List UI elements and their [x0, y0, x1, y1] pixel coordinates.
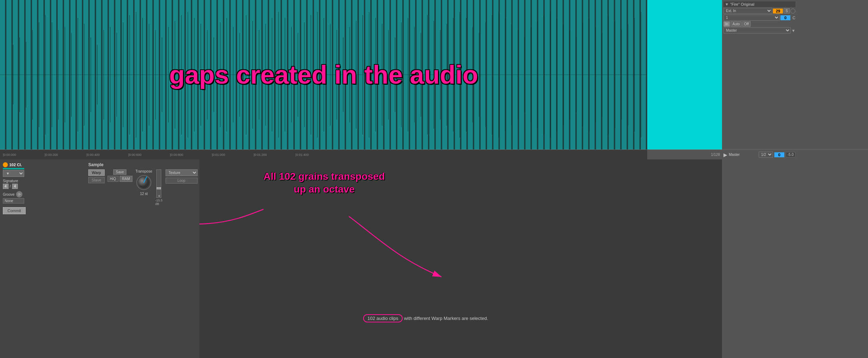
ruler-mark-4: |0:00:800 — [170, 153, 183, 157]
signature-label: Signature — [3, 179, 83, 183]
groove-group: Groove ⟳ — [3, 191, 83, 204]
slave-button[interactable]: Slave — [88, 177, 105, 183]
svg-rect-24 — [136, 12, 136, 138]
svg-rect-11 — [52, 22, 52, 127]
sample-controls-row1: Warp Slave Save HiQ RAM Transpose — [88, 169, 197, 206]
grains-text: All 102 grains transposedup an octave — [263, 171, 385, 195]
transpose-label: Transpose — [136, 169, 152, 173]
track-color-bar — [3, 168, 24, 169]
play-button[interactable]: ▶ — [723, 152, 727, 158]
svg-rect-17 — [91, 37, 91, 112]
texture-loop-group: Texture Loop — [166, 169, 198, 184]
svg-rect-18 — [97, 45, 98, 105]
transpose-group: Transpose — [135, 169, 152, 196]
svg-rect-78 — [486, 22, 486, 127]
groove-value-input[interactable] — [3, 198, 24, 204]
c-label: C — [793, 16, 795, 20]
clip-down-icon: ▼ — [725, 2, 729, 6]
svg-rect-80 — [498, 12, 499, 138]
svg-rect-79 — [492, 15, 492, 135]
audio-clips-line: 102 audio clips with different Warp Mark… — [363, 314, 488, 322]
far-right-spacer — [798, 1, 867, 148]
ruler-mark-7: |0:01:400 — [296, 153, 309, 157]
svg-rect-20 — [110, 27, 110, 123]
svg-rect-94 — [589, 18, 589, 131]
svg-rect-29 — [168, 27, 169, 123]
auto-button[interactable]: Auto — [731, 21, 742, 27]
svg-rect-22 — [123, 22, 123, 127]
save-button[interactable]: Save — [113, 169, 126, 175]
volume-slider[interactable]: ◄ — [156, 169, 161, 198]
svg-rect-5 — [13, 45, 13, 105]
track-dropdown[interactable]: ▼ — [3, 170, 24, 177]
svg-rect-26 — [149, 24, 149, 126]
svg-rect-91 — [570, 30, 570, 120]
signature-group: Signature 4 / 4 — [3, 179, 83, 189]
warp-button[interactable]: Warp — [88, 169, 105, 176]
ruler-mark-0: |0:00:000 — [3, 153, 16, 157]
ruler-mark-5: |0:01:000 — [212, 153, 225, 157]
top-section: // This won't run inside SVG, using patt… — [0, 0, 868, 149]
master-transport-label: Master — [729, 153, 757, 157]
svg-rect-97 — [608, 15, 609, 135]
groove-label: Groove — [3, 193, 15, 196]
s-button[interactable]: S — [784, 8, 790, 14]
svg-rect-84 — [524, 37, 525, 112]
ruler-mark-2: |0:00:400 — [87, 153, 100, 157]
ruler-mark-1: |0:00:200 — [45, 153, 58, 157]
svg-rect-9 — [39, 22, 39, 127]
svg-rect-88 — [550, 12, 550, 138]
svg-rect-93 — [582, 22, 583, 127]
svg-rect-102 — [641, 12, 641, 138]
bottom-section: 102 Cl. ▼ Signature 4 / 4 Groove ⟳ — [0, 159, 868, 358]
sample-title: Sample — [88, 162, 197, 167]
gaps-annotation-text: gaps created in the audio — [169, 60, 478, 89]
slider-value: -15.5 dB — [155, 199, 163, 206]
timing-dropdown[interactable]: 1/2 — [759, 152, 773, 158]
svg-rect-16 — [84, 24, 84, 126]
hiq-ram-row: HiQ RAM — [108, 176, 132, 182]
ruler-right-panel — [797, 150, 868, 159]
commit-button[interactable]: Commit — [3, 207, 26, 214]
sig-slash: / — [10, 184, 11, 188]
transport-volume: 0 — [774, 152, 784, 157]
transport-section: ▶ Master 1/2 0 -5.0 — [722, 150, 797, 159]
master-dropdown[interactable]: Master — [723, 27, 791, 33]
svg-rect-8 — [32, 30, 33, 120]
track-color-dot — [3, 162, 8, 167]
record-btn[interactable] — [790, 9, 795, 14]
ruler-mark-6: |0:01:200 — [253, 153, 267, 157]
clip-title: "Fire" Original — [730, 2, 754, 6]
svg-rect-23 — [130, 15, 130, 135]
save-hiq-ram-group: Save HiQ RAM — [108, 169, 132, 182]
audio-clips-bubble: 102 audio clips — [363, 314, 403, 322]
svg-rect-90 — [563, 24, 564, 126]
bottom-far-right — [797, 159, 868, 358]
off-button[interactable]: Off — [742, 21, 751, 27]
svg-rect-15 — [78, 18, 78, 131]
sig-numerator[interactable]: 4 — [3, 184, 9, 189]
svg-rect-96 — [602, 33, 602, 116]
transpose-knob-svg[interactable] — [135, 174, 152, 191]
track-name-row: 102 Cl. — [3, 162, 83, 167]
texture-dropdown[interactable]: Texture — [166, 169, 198, 176]
ext-in-dropdown[interactable]: Ext. In — [723, 8, 772, 14]
in-button[interactable]: In — [723, 21, 730, 27]
groove-icon[interactable]: ⟳ — [16, 191, 22, 198]
loop-button[interactable]: Loop — [166, 178, 198, 184]
sub-channel-dropdown[interactable]: 1 — [723, 15, 780, 21]
svg-rect-13 — [65, 27, 65, 123]
transpose-value: 12 st — [140, 192, 148, 196]
svg-rect-81 — [505, 18, 505, 131]
hiq-button[interactable]: HiQ — [108, 176, 119, 182]
grains-annotation: All 102 grains transposedup an octave — [263, 170, 385, 196]
svg-rect-12 — [58, 30, 59, 120]
sub-channel-number: 0 — [780, 15, 790, 20]
svg-rect-89 — [556, 18, 557, 131]
ram-button[interactable]: RAM — [120, 176, 132, 182]
sig-denominator[interactable]: 4 — [12, 184, 18, 189]
svg-rect-19 — [104, 30, 104, 120]
transpose-knob-container — [135, 174, 152, 191]
mixer-spacer — [723, 34, 795, 148]
sample-section: Sample Warp Slave Save HiQ RAM Transpose — [85, 159, 199, 358]
